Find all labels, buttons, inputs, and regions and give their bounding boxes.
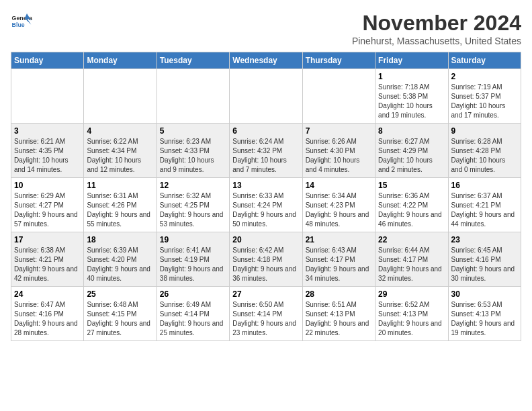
calendar-cell: 30Sunrise: 6:53 AM Sunset: 4:13 PM Dayli… (448, 287, 521, 341)
day-number: 28 (306, 289, 372, 299)
day-detail: Sunrise: 6:52 AM Sunset: 4:13 PM Dayligh… (378, 300, 445, 338)
calendar-cell: 11Sunrise: 6:31 AM Sunset: 4:26 PM Dayli… (84, 178, 157, 232)
day-detail: Sunrise: 6:51 AM Sunset: 4:13 PM Dayligh… (306, 300, 372, 338)
day-number: 29 (378, 289, 445, 299)
day-number: 18 (87, 235, 153, 244)
calendar-cell: 16Sunrise: 6:37 AM Sunset: 4:21 PM Dayli… (448, 178, 521, 232)
calendar-cell: 25Sunrise: 6:48 AM Sunset: 4:15 PM Dayli… (84, 287, 157, 341)
calendar-cell (230, 69, 302, 124)
calendar-cell: 17Sunrise: 6:38 AM Sunset: 4:21 PM Dayli… (11, 232, 84, 287)
day-detail: Sunrise: 7:18 AM Sunset: 5:38 PM Dayligh… (378, 83, 445, 120)
day-number: 8 (378, 126, 445, 136)
calendar-cell: 18Sunrise: 6:39 AM Sunset: 4:20 PM Dayli… (84, 232, 157, 287)
calendar-cell: 28Sunrise: 6:51 AM Sunset: 4:13 PM Dayli… (302, 287, 375, 341)
day-detail: Sunrise: 6:27 AM Sunset: 4:29 PM Dayligh… (378, 137, 445, 175)
day-detail: Sunrise: 6:29 AM Sunset: 4:27 PM Dayligh… (14, 191, 81, 229)
col-header-wednesday: Wednesday (230, 52, 302, 69)
calendar-cell: 8Sunrise: 6:27 AM Sunset: 4:29 PM Daylig… (375, 124, 448, 178)
day-detail: Sunrise: 6:47 AM Sunset: 4:16 PM Dayligh… (14, 300, 81, 338)
calendar-cell (11, 69, 84, 124)
month-title: November 2024 (352, 11, 521, 36)
calendar-cell: 2Sunrise: 7:19 AM Sunset: 5:37 PM Daylig… (448, 69, 521, 124)
calendar-cell: 23Sunrise: 6:45 AM Sunset: 4:16 PM Dayli… (448, 232, 521, 287)
day-number: 17 (14, 235, 81, 244)
day-number: 15 (378, 181, 445, 190)
day-detail: Sunrise: 6:44 AM Sunset: 4:17 PM Dayligh… (378, 246, 445, 283)
calendar-cell: 19Sunrise: 6:41 AM Sunset: 4:19 PM Dayli… (157, 232, 229, 287)
day-number: 27 (232, 289, 299, 299)
day-number: 4 (87, 126, 153, 136)
col-header-sunday: Sunday (11, 52, 84, 69)
day-number: 9 (451, 126, 518, 136)
calendar-cell: 1Sunrise: 7:18 AM Sunset: 5:38 PM Daylig… (375, 69, 448, 124)
day-detail: Sunrise: 6:38 AM Sunset: 4:21 PM Dayligh… (14, 246, 81, 283)
day-number: 3 (14, 126, 81, 136)
calendar-week-row: 1Sunrise: 7:18 AM Sunset: 5:38 PM Daylig… (11, 69, 521, 124)
calendar-cell: 15Sunrise: 6:36 AM Sunset: 4:22 PM Dayli… (375, 178, 448, 232)
day-number: 26 (160, 289, 226, 299)
day-number: 5 (160, 126, 226, 136)
day-detail: Sunrise: 6:28 AM Sunset: 4:28 PM Dayligh… (451, 137, 518, 175)
calendar-week-row: 24Sunrise: 6:47 AM Sunset: 4:16 PM Dayli… (11, 287, 521, 341)
day-number: 10 (14, 181, 81, 190)
col-header-monday: Monday (84, 52, 157, 69)
calendar-week-row: 17Sunrise: 6:38 AM Sunset: 4:21 PM Dayli… (11, 232, 521, 287)
day-detail: Sunrise: 6:39 AM Sunset: 4:20 PM Dayligh… (87, 246, 153, 283)
calendar-cell (302, 69, 375, 124)
location-subtitle: Pinehurst, Massachusetts, United States (352, 36, 521, 46)
calendar-cell: 29Sunrise: 6:52 AM Sunset: 4:13 PM Dayli… (375, 287, 448, 341)
logo-icon: General Blue (11, 11, 32, 32)
calendar-cell: 21Sunrise: 6:43 AM Sunset: 4:17 PM Dayli… (302, 232, 375, 287)
day-number: 22 (378, 235, 445, 244)
calendar-cell: 14Sunrise: 6:34 AM Sunset: 4:23 PM Dayli… (302, 178, 375, 232)
calendar: SundayMondayTuesdayWednesdayThursdayFrid… (11, 52, 521, 341)
svg-text:Blue: Blue (12, 21, 25, 28)
col-header-tuesday: Tuesday (157, 52, 229, 69)
day-detail: Sunrise: 6:22 AM Sunset: 4:34 PM Dayligh… (87, 137, 153, 175)
day-detail: Sunrise: 6:21 AM Sunset: 4:35 PM Dayligh… (14, 137, 81, 175)
day-detail: Sunrise: 6:34 AM Sunset: 4:23 PM Dayligh… (306, 191, 372, 229)
day-number: 1 (378, 72, 445, 81)
calendar-cell: 27Sunrise: 6:50 AM Sunset: 4:14 PM Dayli… (230, 287, 302, 341)
day-detail: Sunrise: 6:33 AM Sunset: 4:24 PM Dayligh… (232, 191, 299, 229)
day-detail: Sunrise: 6:42 AM Sunset: 4:18 PM Dayligh… (232, 246, 299, 283)
day-number: 24 (14, 289, 81, 299)
calendar-cell: 6Sunrise: 6:24 AM Sunset: 4:32 PM Daylig… (230, 124, 302, 178)
calendar-cell: 22Sunrise: 6:44 AM Sunset: 4:17 PM Dayli… (375, 232, 448, 287)
day-number: 30 (451, 289, 518, 299)
calendar-cell: 3Sunrise: 6:21 AM Sunset: 4:35 PM Daylig… (11, 124, 84, 178)
title-area: November 2024 Pinehurst, Massachusetts, … (352, 11, 521, 46)
day-detail: Sunrise: 6:26 AM Sunset: 4:30 PM Dayligh… (306, 137, 372, 175)
calendar-cell: 9Sunrise: 6:28 AM Sunset: 4:28 PM Daylig… (448, 124, 521, 178)
day-number: 7 (306, 126, 372, 136)
day-detail: Sunrise: 6:31 AM Sunset: 4:26 PM Dayligh… (87, 191, 153, 229)
calendar-cell: 10Sunrise: 6:29 AM Sunset: 4:27 PM Dayli… (11, 178, 84, 232)
day-detail: Sunrise: 6:32 AM Sunset: 4:25 PM Dayligh… (160, 191, 226, 229)
col-header-saturday: Saturday (448, 52, 521, 69)
calendar-cell: 5Sunrise: 6:23 AM Sunset: 4:33 PM Daylig… (157, 124, 229, 178)
calendar-cell: 7Sunrise: 6:26 AM Sunset: 4:30 PM Daylig… (302, 124, 375, 178)
day-number: 20 (232, 235, 299, 244)
calendar-cell: 26Sunrise: 6:49 AM Sunset: 4:14 PM Dayli… (157, 287, 229, 341)
calendar-cell (157, 69, 229, 124)
calendar-cell: 4Sunrise: 6:22 AM Sunset: 4:34 PM Daylig… (84, 124, 157, 178)
day-number: 14 (306, 181, 372, 190)
day-detail: Sunrise: 6:45 AM Sunset: 4:16 PM Dayligh… (451, 246, 518, 283)
calendar-header-row: SundayMondayTuesdayWednesdayThursdayFrid… (11, 52, 521, 69)
day-number: 13 (232, 181, 299, 190)
calendar-cell (84, 69, 157, 124)
day-detail: Sunrise: 6:49 AM Sunset: 4:14 PM Dayligh… (160, 300, 226, 338)
day-detail: Sunrise: 6:37 AM Sunset: 4:21 PM Dayligh… (451, 191, 518, 229)
calendar-cell: 24Sunrise: 6:47 AM Sunset: 4:16 PM Dayli… (11, 287, 84, 341)
calendar-week-row: 3Sunrise: 6:21 AM Sunset: 4:35 PM Daylig… (11, 124, 521, 178)
calendar-cell: 12Sunrise: 6:32 AM Sunset: 4:25 PM Dayli… (157, 178, 229, 232)
day-detail: Sunrise: 7:19 AM Sunset: 5:37 PM Dayligh… (451, 83, 518, 120)
day-number: 23 (451, 235, 518, 244)
day-detail: Sunrise: 6:36 AM Sunset: 4:22 PM Dayligh… (378, 191, 445, 229)
logo: General Blue (11, 11, 32, 32)
day-number: 21 (306, 235, 372, 244)
calendar-cell: 13Sunrise: 6:33 AM Sunset: 4:24 PM Dayli… (230, 178, 302, 232)
day-number: 11 (87, 181, 153, 190)
calendar-cell: 20Sunrise: 6:42 AM Sunset: 4:18 PM Dayli… (230, 232, 302, 287)
day-number: 6 (232, 126, 299, 136)
